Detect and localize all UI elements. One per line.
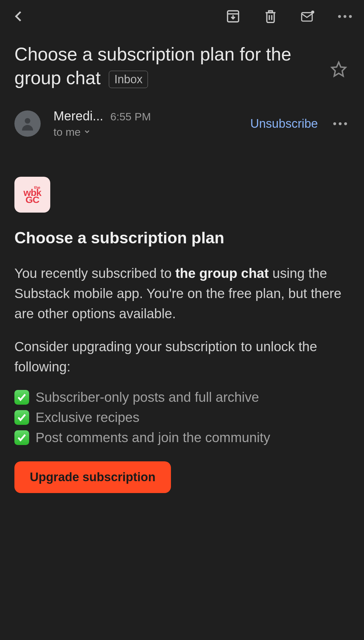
sender-time: 6:55 PM	[110, 110, 151, 123]
sender-avatar[interactable]	[14, 110, 41, 137]
svg-point-8	[25, 118, 30, 124]
chevron-down-icon	[83, 128, 91, 135]
sender-row: Meredi... 6:55 PM to me Unsubscribe	[0, 96, 364, 145]
more-dots-icon	[333, 122, 347, 125]
svg-marker-7	[332, 62, 345, 76]
mark-unread-button[interactable]	[298, 6, 318, 26]
feature-text: Exclusive recipes	[36, 410, 139, 425]
upgrade-subscription-button[interactable]: Upgrade subscription	[14, 461, 171, 493]
para1-pre: You recently subscribed to	[14, 266, 175, 281]
message-body: the wbk GC Choose a subscription plan Yo…	[0, 145, 364, 506]
toolbar	[0, 0, 364, 33]
feature-text: Subscriber-only posts and full archive	[36, 390, 259, 405]
para1-strong: the group chat	[175, 266, 269, 281]
star-button[interactable]	[328, 58, 350, 80]
delete-button[interactable]	[261, 6, 280, 26]
toolbar-left	[10, 7, 217, 26]
unsubscribe-button[interactable]: Unsubscribe	[250, 117, 318, 131]
message-more-button[interactable]	[331, 120, 350, 128]
list-item: Exclusive recipes	[14, 410, 350, 425]
sender-name[interactable]: Meredi...	[53, 109, 103, 123]
brand-line-3: GC	[23, 196, 41, 204]
sender-top-row: Meredi... 6:55 PM	[53, 109, 244, 123]
archive-icon	[226, 9, 240, 24]
sender-info: Meredi... 6:55 PM to me	[53, 109, 244, 138]
more-options-button[interactable]	[336, 12, 354, 20]
recipient-row[interactable]: to me	[53, 126, 244, 138]
svg-point-6	[311, 11, 314, 14]
email-subject: Choose a subscription plan for the group…	[14, 42, 318, 90]
check-icon	[14, 430, 29, 445]
back-button[interactable]	[10, 7, 28, 26]
subject-title-text: Choose a subscription plan for the group…	[14, 44, 291, 88]
brand-logo-text: the wbk GC	[23, 186, 41, 204]
body-paragraph-1: You recently subscribed to the group cha…	[14, 263, 350, 324]
expand-recipients	[83, 128, 91, 137]
more-dots-icon	[338, 15, 352, 18]
body-paragraph-2: Consider upgrading your subscription to …	[14, 336, 350, 377]
chevron-left-icon	[12, 10, 26, 23]
archive-button[interactable]	[223, 6, 243, 26]
feature-text: Post comments and join the community	[36, 430, 270, 445]
brand-logo[interactable]: the wbk GC	[14, 177, 50, 213]
body-heading: Choose a subscription plan	[14, 229, 350, 247]
check-icon	[14, 390, 29, 405]
mail-icon	[301, 9, 315, 24]
subject-area: Choose a subscription plan for the group…	[0, 33, 364, 96]
person-icon	[19, 115, 36, 132]
trash-icon	[263, 9, 278, 24]
sender-actions: Unsubscribe	[250, 117, 350, 131]
list-item: Post comments and join the community	[14, 430, 350, 445]
check-icon	[14, 410, 29, 425]
list-item: Subscriber-only posts and full archive	[14, 390, 350, 405]
toolbar-right	[223, 6, 354, 26]
subject-text: Choose a subscription plan for the group…	[14, 42, 318, 90]
inbox-label[interactable]: Inbox	[109, 71, 148, 88]
recipient-text: to me	[53, 126, 81, 138]
feature-list: Subscriber-only posts and full archive E…	[14, 390, 350, 445]
star-icon	[330, 61, 347, 77]
